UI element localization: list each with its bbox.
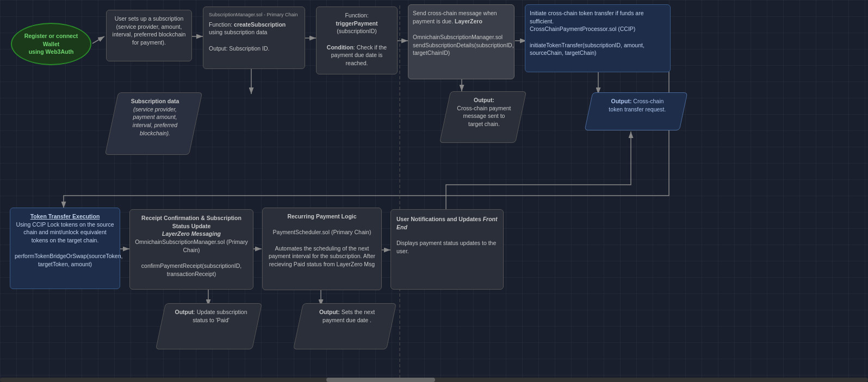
token-transfer-node: Token Transfer Execution Using CCIP Lock… (10, 208, 120, 289)
cross-chain-msg-node: Send cross-chain message when payment is… (408, 4, 514, 79)
user-sets-subscription-node: User sets up a subscription(service prov… (106, 10, 192, 61)
diagram-canvas: Register or connect Walletusing Web3Auth… (0, 0, 868, 382)
register-wallet-label: Register or connect Walletusing Web3Auth (17, 32, 85, 56)
recurring-payment-label: Recurring Payment Logic PaymentScheduler… (267, 212, 377, 268)
output-cross-chain-label: Output:Cross-chain paymentmessage sent t… (452, 96, 516, 128)
cross-chain-msg-label: Send cross-chain message when payment is… (413, 9, 510, 57)
output-subscription-label: Output: Update subscriptionstatus to 'Pa… (169, 308, 253, 324)
output-next-payment-label: Output: Sets the nextpayment due date . (306, 308, 388, 324)
user-notifications-label: User Notifications and Updates Front End… (396, 215, 498, 255)
subscription-manager-body: Function: createSubscription using subsc… (209, 21, 299, 53)
output-cross-chain-node: Output:Cross-chain paymentmessage sent t… (439, 91, 526, 143)
receipt-confirmation-node: Receipt Confirmation & Subscription Stat… (129, 209, 253, 290)
register-wallet-node: Register or connect Walletusing Web3Auth (11, 23, 91, 65)
output-token-transfer-label: Output: Cross-chaintoken transfer reques… (596, 97, 679, 113)
subscription-manager-title: SubscriptionManager.sol - Primary Chain (209, 11, 299, 18)
subscription-manager-node: SubscriptionManager.sol - Primary Chain … (203, 7, 305, 69)
output-subscription-node: Output: Update subscriptionstatus to 'Pa… (156, 303, 262, 349)
output-token-transfer-node: Output: Cross-chaintoken transfer reques… (585, 92, 688, 130)
horizontal-scrollbar[interactable] (0, 378, 868, 382)
receipt-confirmation-label: Receipt Confirmation & Subscription Stat… (134, 214, 249, 278)
trigger-payment-node: Function:triggerPayment(subscriptionID)C… (316, 7, 398, 74)
output-next-payment-node: Output: Sets the nextpayment due date . (293, 303, 396, 349)
initiate-transfer-label: Initiate cross-chain token transfer if f… (530, 9, 666, 57)
trigger-payment-label: Function:triggerPayment(subscriptionID)C… (322, 11, 392, 67)
recurring-payment-node: Recurring Payment Logic PaymentScheduler… (262, 208, 382, 290)
token-transfer-label: Token Transfer Execution Using CCIP Lock… (15, 212, 115, 268)
svg-line-2 (92, 36, 104, 43)
subscription-data-node: Subscription data (service provider,paym… (105, 92, 202, 155)
subscription-data-label: Subscription data (service provider,paym… (119, 97, 191, 137)
user-notifications-node: User Notifications and Updates Front End… (390, 209, 504, 290)
user-sets-label: User sets up a subscription(service prov… (113, 15, 186, 46)
initiate-transfer-node: Initiate cross-chain token transfer if f… (525, 4, 671, 72)
